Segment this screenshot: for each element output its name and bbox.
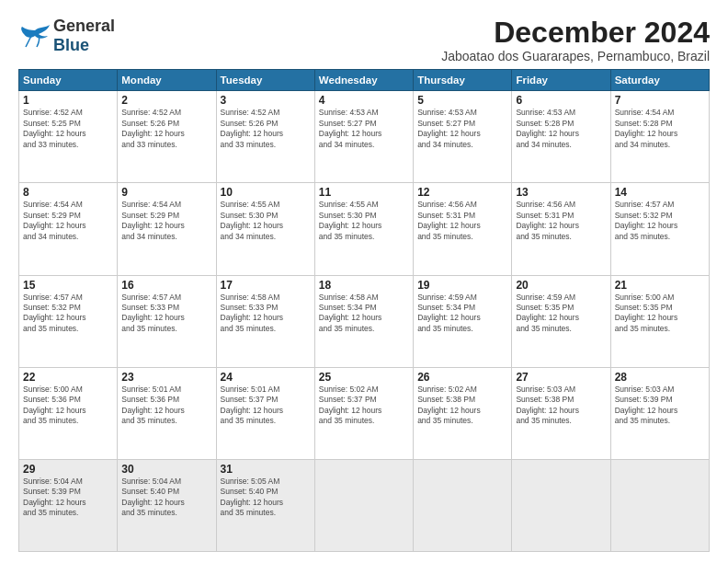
logo-icon (18, 23, 51, 49)
table-row: 15Sunrise: 4:57 AMSunset: 5:32 PMDayligh… (19, 275, 118, 367)
table-row: 4Sunrise: 4:53 AMSunset: 5:27 PMDaylight… (314, 91, 413, 183)
table-row: 23Sunrise: 5:01 AMSunset: 5:36 PMDayligh… (118, 367, 216, 459)
calendar-header-row: Sunday Monday Tuesday Wednesday Thursday… (19, 70, 710, 91)
table-row: 2Sunrise: 4:52 AMSunset: 5:26 PMDaylight… (118, 91, 216, 183)
table-row: 22Sunrise: 5:00 AMSunset: 5:36 PMDayligh… (19, 367, 118, 459)
table-row (414, 459, 512, 551)
table-row: 11Sunrise: 4:55 AMSunset: 5:30 PMDayligh… (314, 183, 413, 275)
table-row: 13Sunrise: 4:56 AMSunset: 5:31 PMDayligh… (512, 183, 610, 275)
table-row: 26Sunrise: 5:02 AMSunset: 5:38 PMDayligh… (414, 367, 512, 459)
logo-blue: Blue (53, 36, 89, 54)
table-row: 7Sunrise: 4:54 AMSunset: 5:28 PMDaylight… (610, 91, 709, 183)
col-sunday: Sunday (19, 70, 118, 91)
month-title: December 2024 (441, 17, 710, 49)
table-row: 16Sunrise: 4:57 AMSunset: 5:33 PMDayligh… (118, 275, 216, 367)
table-row: 10Sunrise: 4:55 AMSunset: 5:30 PMDayligh… (216, 183, 314, 275)
table-row (610, 459, 709, 551)
table-row: 21Sunrise: 5:00 AMSunset: 5:35 PMDayligh… (610, 275, 709, 367)
table-row (512, 459, 610, 551)
table-row: 20Sunrise: 4:59 AMSunset: 5:35 PMDayligh… (512, 275, 610, 367)
col-saturday: Saturday (610, 70, 709, 91)
table-row: 3Sunrise: 4:52 AMSunset: 5:26 PMDaylight… (216, 91, 314, 183)
table-row: 12Sunrise: 4:56 AMSunset: 5:31 PMDayligh… (414, 183, 512, 275)
calendar-table: Sunday Monday Tuesday Wednesday Thursday… (18, 69, 710, 552)
col-tuesday: Tuesday (216, 70, 314, 91)
table-row: 9Sunrise: 4:54 AMSunset: 5:29 PMDaylight… (118, 183, 216, 275)
table-row: 29Sunrise: 5:04 AMSunset: 5:39 PMDayligh… (19, 459, 118, 551)
table-row: 27Sunrise: 5:03 AMSunset: 5:38 PMDayligh… (512, 367, 610, 459)
table-row: 8Sunrise: 4:54 AMSunset: 5:29 PMDaylight… (19, 183, 118, 275)
table-row: 24Sunrise: 5:01 AMSunset: 5:37 PMDayligh… (216, 367, 314, 459)
col-wednesday: Wednesday (314, 70, 413, 91)
title-block: December 2024 Jaboatao dos Guararapes, P… (441, 17, 710, 63)
table-row: 5Sunrise: 4:53 AMSunset: 5:27 PMDaylight… (414, 91, 512, 183)
location-subtitle: Jaboatao dos Guararapes, Pernambuco, Bra… (441, 49, 710, 63)
table-row: 28Sunrise: 5:03 AMSunset: 5:39 PMDayligh… (610, 367, 709, 459)
page: General Blue December 2024 Jaboatao dos … (0, 0, 728, 563)
table-row (314, 459, 413, 551)
table-row: 25Sunrise: 5:02 AMSunset: 5:37 PMDayligh… (314, 367, 413, 459)
table-row: 14Sunrise: 4:57 AMSunset: 5:32 PMDayligh… (610, 183, 709, 275)
table-row: 18Sunrise: 4:58 AMSunset: 5:34 PMDayligh… (314, 275, 413, 367)
table-row: 31Sunrise: 5:05 AMSunset: 5:40 PMDayligh… (216, 459, 314, 551)
table-row: 19Sunrise: 4:59 AMSunset: 5:34 PMDayligh… (414, 275, 512, 367)
logo-general: General (53, 17, 115, 35)
table-row: 1Sunrise: 4:52 AMSunset: 5:25 PMDaylight… (19, 91, 118, 183)
col-thursday: Thursday (414, 70, 512, 91)
col-monday: Monday (118, 70, 216, 91)
header: General Blue December 2024 Jaboatao dos … (18, 17, 710, 63)
col-friday: Friday (512, 70, 610, 91)
table-row: 6Sunrise: 4:53 AMSunset: 5:28 PMDaylight… (512, 91, 610, 183)
table-row: 17Sunrise: 4:58 AMSunset: 5:33 PMDayligh… (216, 275, 314, 367)
table-row: 30Sunrise: 5:04 AMSunset: 5:40 PMDayligh… (118, 459, 216, 551)
logo: General Blue (18, 17, 115, 55)
